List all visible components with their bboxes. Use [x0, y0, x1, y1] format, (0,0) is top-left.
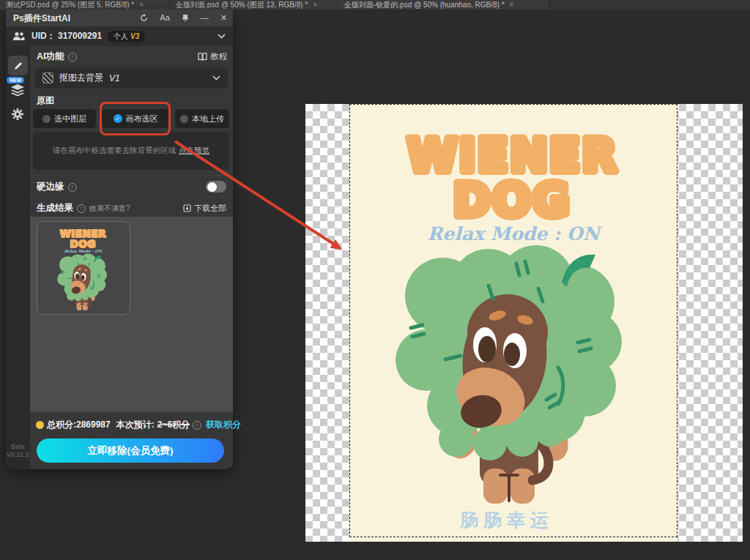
result-thumbnail-art [56, 225, 111, 311]
preview-link[interactable]: 点击预览 [179, 146, 209, 156]
hint-text: 请在画布中框选需要去除背景的区域 [53, 146, 176, 156]
tab-label: 测试PSD.psd @ 25% (图层 5, RGB/8) * [6, 0, 134, 10]
uid-row: UID： 317009291 个人 V3 [6, 26, 233, 46]
refresh-icon[interactable] [140, 14, 148, 22]
matting-feature-icon [42, 72, 53, 83]
book-icon [198, 53, 207, 61]
selection-hint-box: 请在画布中框选需要去除背景的区域 点击预览 [33, 132, 229, 170]
source-option-selected-layer[interactable]: 选中图层 [33, 109, 96, 128]
tab-label: 全版到面-钦爱的.psd @ 50% (huanhao, RGB/8) * [344, 0, 505, 10]
tutorial-button[interactable]: 教程 [198, 51, 227, 62]
canvas-document [305, 104, 743, 542]
credits-estimate-label: 本次预计: [116, 419, 155, 431]
new-badge: NEW [7, 77, 24, 83]
tab-close-icon[interactable]: × [313, 1, 317, 9]
hard-edge-toggle[interactable] [206, 181, 226, 193]
tab-close-icon[interactable]: × [510, 1, 514, 9]
results-section-label: 生成结果 [37, 202, 73, 214]
settings-gear-icon[interactable] [11, 108, 24, 121]
info-icon[interactable]: ! [77, 204, 86, 213]
chevron-down-icon [212, 75, 220, 81]
font-size-icon[interactable]: Aa [160, 14, 169, 22]
credits-estimate-value: 2~6积分 [157, 419, 190, 431]
chevron-down-icon[interactable] [218, 34, 226, 39]
startai-plugin-panel: Ps插件StartAI Aa — ✕ UID： 317009291 个人 [6, 10, 233, 469]
tab-document-2[interactable]: 全版到面.psd @ 50% (图层 13, RGB/8) * × [170, 0, 338, 10]
tab-document-3[interactable]: 全版到面-钦爱的.psd @ 50% (huanhao, RGB/8) * × [338, 0, 549, 10]
radio-off-icon [180, 115, 188, 123]
info-icon[interactable]: ! [68, 183, 77, 192]
feature-dropdown[interactable]: 抠图去背景 V1 [35, 67, 228, 89]
download-all-button[interactable]: 下载全部 [183, 203, 226, 214]
results-area [30, 217, 233, 411]
account-badge[interactable]: 个人 V3 [108, 31, 145, 42]
annotation-highlight-box [100, 102, 171, 135]
layers-icon[interactable] [10, 83, 25, 97]
info-icon[interactable]: ! [193, 421, 201, 430]
source-section-label: 原图 [37, 94, 54, 107]
document-tabbar: 测试PSD.psd @ 25% (图层 5, RGB/8) * × 全版到面.p… [0, 0, 750, 10]
plugin-sidebar: NEW Beta V0.21.6 [6, 46, 30, 469]
pin-icon[interactable] [182, 14, 189, 22]
results-note[interactable]: 效果不满意? [89, 204, 130, 214]
user-group-icon [12, 31, 25, 41]
uid-label: UID： 317009291 [31, 30, 102, 42]
result-thumbnail[interactable] [37, 221, 130, 315]
tab-label: 全版到面.psd @ 50% (图层 13, RGB/8) * [176, 0, 308, 10]
coin-icon [36, 421, 44, 429]
info-icon[interactable]: ! [68, 53, 77, 61]
sidebar-item-edit[interactable] [8, 56, 28, 75]
tab-document-1[interactable]: 测试PSD.psd @ 25% (图层 5, RGB/8) * × [0, 0, 170, 10]
selection-marching-ants [349, 104, 677, 537]
pencil-icon [13, 61, 23, 71]
ai-section-label: AI功能 [37, 51, 64, 63]
panel-bottom-bar: 总积分:2869987 本次预计: 2~6积分 ! 获取积分 立即移除(会员免费… [30, 411, 233, 469]
close-icon[interactable]: ✕ [220, 14, 227, 22]
tab-close-icon[interactable]: × [139, 1, 144, 9]
get-credits-link[interactable]: 获取积分 [206, 419, 241, 431]
remove-now-button[interactable]: 立即移除(会员免费) [37, 438, 224, 463]
hard-edge-label: 硬边缘 [37, 181, 64, 193]
beta-version: Beta V0.21.6 [6, 443, 30, 459]
source-option-local-upload[interactable]: 本地上传 [175, 109, 229, 128]
download-icon [183, 204, 191, 212]
credits-total: 总积分:2869987 [47, 419, 111, 431]
plugin-title: Ps插件StartAI [13, 12, 70, 25]
minimize-icon[interactable]: — [201, 14, 209, 22]
radio-off-icon [42, 115, 51, 123]
plugin-titlebar: Ps插件StartAI Aa — ✕ [6, 10, 233, 26]
